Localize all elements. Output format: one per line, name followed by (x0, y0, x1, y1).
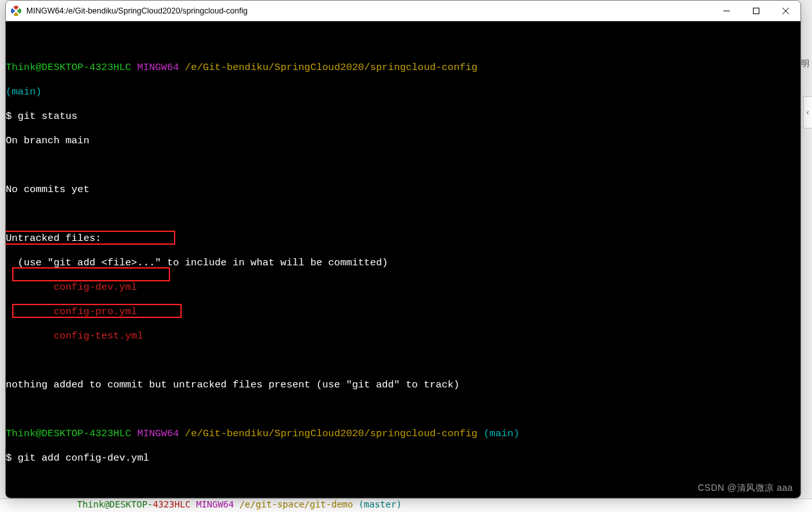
status-on-branch: On branch main (6, 135, 800, 147)
prompt-user: Think@DESKTOP-4323HLC (6, 62, 131, 73)
highlight-box-2 (12, 267, 170, 281)
side-tab-arrow[interactable]: ‹ (803, 96, 812, 128)
status-nothing-added: nothing added to commit but untracked fi… (6, 379, 800, 391)
svg-rect-5 (754, 8, 759, 14)
svg-rect-3 (13, 12, 19, 16)
window-title: MINGW64:/e/Git-bendiku/SpringCloud2020/s… (26, 6, 712, 15)
prompt-path: /e/Git-bendiku/SpringCloud2020/springclo… (185, 428, 478, 439)
untracked-file: config-test.yml (6, 330, 800, 342)
svg-rect-0 (13, 6, 19, 10)
prompt-dollar: $ (6, 110, 18, 122)
untracked-file: config-pro.yml (6, 306, 800, 318)
close-button[interactable] (771, 1, 800, 21)
prompt-branch: (main) (483, 428, 519, 439)
git-bash-icon (11, 6, 21, 16)
svg-rect-1 (17, 8, 21, 13)
untracked-file: config-dev.yml (6, 281, 800, 294)
prompt-user: Think@DESKTOP-4323HLC (6, 428, 131, 439)
minimize-button[interactable] (712, 1, 741, 21)
maximize-button[interactable] (741, 1, 771, 21)
terminal-body[interactable]: Think@DESKTOP-4323HLC MINGW64 /e/Git-ben… (6, 21, 800, 498)
csdn-watermark: CSDN @清风微凉 aaa (698, 482, 793, 494)
cmd-git-status: git status (18, 110, 78, 122)
status-untracked-hint: (use "git add <file>..." to include in w… (6, 257, 800, 269)
window-titlebar[interactable]: MINGW64:/e/Git-bendiku/SpringCloud2020/s… (6, 1, 800, 21)
cmd-git-add-dev: git add config-dev.yml (18, 452, 150, 464)
background-lower-prompt: Think@DESKTOP-4323HLC MINGW64 /e/git-spa… (0, 499, 812, 512)
prompt-sys: MINGW64 (137, 428, 179, 439)
background-fragment-text: 明 (801, 58, 809, 69)
prompt-branch: (main) (6, 86, 42, 98)
terminal-window: MINGW64:/e/Git-bendiku/SpringCloud2020/s… (5, 0, 801, 499)
status-untracked-header: Untracked files: (6, 233, 800, 245)
status-no-commits: No commits yet (6, 184, 800, 196)
window-controls (712, 1, 800, 21)
prompt-sys: MINGW64 (137, 62, 179, 73)
svg-rect-2 (11, 8, 15, 13)
prompt-path: /e/Git-bendiku/SpringCloud2020/springclo… (185, 62, 478, 73)
